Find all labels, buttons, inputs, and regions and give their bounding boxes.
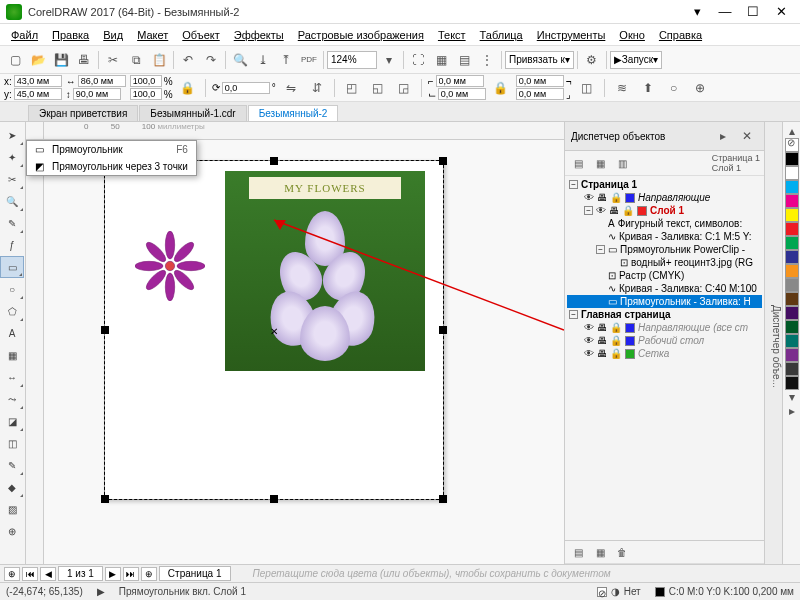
handle-mid-right[interactable] [439,326,447,334]
tree-powerclip[interactable]: − ▭ Прямоугольник PowerClip - [567,243,762,256]
wrap-text-icon[interactable]: ≋ [611,77,633,99]
swatch-none[interactable]: ⊘ [785,138,799,152]
zoom-input[interactable] [327,51,377,69]
fill-tool[interactable]: ◆ [0,476,24,498]
options-icon[interactable]: ⚙ [581,49,603,71]
flyout-rectangle[interactable]: ▭ Прямоугольник F6 [27,141,196,158]
corner-tl-input[interactable] [436,75,484,87]
palette-up-icon[interactable]: ▴ [781,124,801,138]
tree-artistic-text[interactable]: A Фигурный текст, символов: [567,217,762,230]
swatch-4[interactable] [785,222,799,236]
outline-indicator[interactable]: C:0 M:0 Y:0 K:100 0,200 мм [655,586,794,597]
mirror-h-icon[interactable]: ⇋ [280,77,302,99]
tree-grid[interactable]: 👁🖶🔒 Сетка [567,347,762,360]
swatch-0[interactable] [785,166,799,180]
text-tool[interactable]: A [0,322,24,344]
fullscreen-icon[interactable]: ⛶ [407,49,429,71]
width-input[interactable] [78,75,126,87]
import-icon[interactable]: ⤓ [252,49,274,71]
swatch-2[interactable] [785,194,799,208]
smart-fill-tool[interactable]: ▨ [0,498,24,520]
scale-y-input[interactable] [130,88,162,100]
swatch-7[interactable] [785,264,799,278]
minimize-button[interactable]: — [712,3,738,21]
docker-close-icon[interactable]: ✕ [736,125,758,147]
menu-edit[interactable]: Правка [45,27,96,43]
tab-welcome[interactable]: Экран приветствия [28,105,138,121]
grid-icon[interactable]: ▤ [453,49,475,71]
flyout-3point-rectangle[interactable]: ◩ Прямоугольник через 3 точки [27,158,196,175]
search-icon[interactable]: 🔍 [229,49,251,71]
palette-expand-icon[interactable]: ▸ [781,404,801,418]
polygon-tool[interactable]: ⬠ [0,300,24,322]
menu-tools[interactable]: Инструменты [530,27,613,43]
artistic-media-tool[interactable]: ƒ [0,234,24,256]
page-last-icon[interactable]: ⏭ [123,567,139,581]
crop-tool[interactable]: ✂ [0,168,24,190]
tree-layer1[interactable]: −👁🖶🔒 Слой 1 [567,204,762,217]
zoom-dropdown-icon[interactable]: ▾ [378,49,400,71]
pdf-icon[interactable]: PDF [298,49,320,71]
selection-center-icon[interactable]: ✕ [270,326,278,334]
rotation-input[interactable] [222,82,270,94]
copy-icon[interactable]: ⧉ [125,49,147,71]
close-button[interactable]: ✕ [768,3,794,21]
ruler-origin[interactable] [26,122,44,140]
tab-doc1[interactable]: Безымянный-1.cdr [139,105,246,121]
relative-corner-icon[interactable]: ◫ [576,77,598,99]
horizontal-ruler[interactable]: 0 50 100 миллиметры [44,122,564,140]
corner-tr-input[interactable] [516,75,564,87]
menu-view[interactable]: Вид [96,27,130,43]
pos-x-input[interactable] [14,75,62,87]
tree-master-guides[interactable]: 👁🖶🔒 Направляющие (все ст [567,321,762,334]
swatch-15[interactable] [785,376,799,390]
canvas[interactable]: 0 50 100 миллиметры [26,122,564,564]
object-tree[interactable]: − Страница 1 👁🖶🔒 Направляющие −👁🖶🔒 Слой … [565,176,764,540]
freehand-tool[interactable]: ✎ [0,212,24,234]
corner-scallop-icon[interactable]: ◱ [367,77,389,99]
tree-curve2[interactable]: ∿ Кривая - Заливка: C:40 M:100 [567,282,762,295]
convert-curves-icon[interactable]: ○ [663,77,685,99]
menu-help[interactable]: Справка [652,27,709,43]
snap-combo[interactable]: Привязать к ▾ [505,51,574,69]
menu-layout[interactable]: Макет [130,27,175,43]
print-icon[interactable]: 🖶 [73,49,95,71]
save-icon[interactable]: 💾 [50,49,72,71]
layer-props-icon[interactable]: ▤ [569,154,587,172]
connector-tool[interactable]: ⤳ [0,388,24,410]
docker-menu-icon[interactable]: ▸ [712,125,734,147]
page-first-icon[interactable]: ⏮ [22,567,38,581]
outline-tool[interactable]: ⊕ [0,520,24,542]
handle-bot-mid[interactable] [270,495,278,503]
page-add-icon[interactable]: ⊕ [4,567,20,581]
height-input[interactable] [73,88,121,100]
palette-down-icon[interactable]: ▾ [781,390,801,404]
fill-indicator[interactable]: ⊘ ◑ Нет [597,586,641,597]
tree-bitmap[interactable]: ⊡ водный+ геоцинт3.jpg (RG [567,256,762,269]
handle-bot-left[interactable] [101,495,109,503]
swatch-8[interactable] [785,278,799,292]
swatch-11[interactable] [785,320,799,334]
swatch-12[interactable] [785,334,799,348]
corner-round-icon[interactable]: ◰ [341,77,363,99]
tree-desktop[interactable]: 👁🖶🔒 Рабочий стол [567,334,762,347]
delete-layer-icon[interactable]: 🗑 [613,543,631,561]
swatch-10[interactable] [785,306,799,320]
new-icon[interactable]: ▢ [4,49,26,71]
page-tab-1[interactable]: Страница 1 [159,566,231,581]
tree-curve1[interactable]: ∿ Кривая - Заливка: C:1 M:5 Y: [567,230,762,243]
shape-tool[interactable]: ✦ [0,146,24,168]
ellipse-tool[interactable]: ○ [0,278,24,300]
vertical-ruler[interactable] [26,140,44,564]
menu-bitmaps[interactable]: Растровые изображения [291,27,431,43]
tree-raster[interactable]: ⊡ Растр (CMYK) [567,269,762,282]
handle-bot-right[interactable] [439,495,447,503]
new-master-layer-icon[interactable]: ▦ [591,543,609,561]
handle-mid-left[interactable] [101,326,109,334]
menu-table[interactable]: Таблица [473,27,530,43]
menu-effects[interactable]: Эффекты [227,27,291,43]
tree-master-page[interactable]: − Главная страница [567,308,762,321]
handle-top-mid[interactable] [270,157,278,165]
launch-combo[interactable]: ▶ Запуск ▾ [610,51,662,69]
corner-br-input[interactable] [516,88,564,100]
